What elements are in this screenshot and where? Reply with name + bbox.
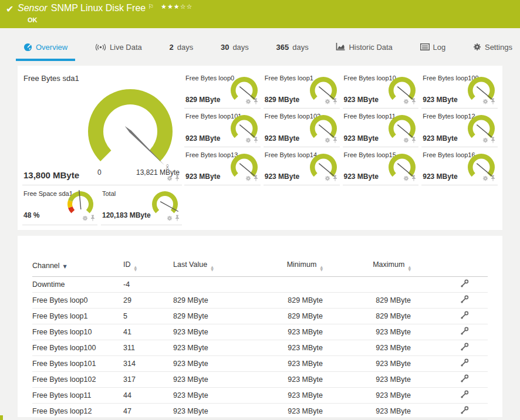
small-gauge-gear-icon[interactable] [245, 135, 251, 145]
main-gauge-pin-icon[interactable] [175, 173, 180, 184]
small-gauge-pin-icon[interactable] [254, 173, 258, 184]
channel-settings-icon[interactable] [460, 279, 469, 290]
small-gauge-controls [482, 96, 495, 107]
channel-settings-icon[interactable] [460, 390, 469, 401]
gauge-free-bytes-loop12: Free Bytes loop12923 MByte [421, 109, 498, 147]
mini-gauge-gear-icon[interactable] [167, 213, 173, 223]
tab-log[interactable]: Log [413, 35, 454, 61]
sort-descending-icon: ▼ [63, 264, 67, 269]
main-gauge-controls [167, 173, 180, 184]
main-gauge: x̄ [80, 83, 181, 182]
cell-minimum: 923 MByte [267, 356, 323, 372]
small-gauge-pin-icon[interactable] [333, 96, 337, 107]
tab-30-days[interactable]: 30days [213, 35, 256, 61]
cell-minimum: 923 MByte [267, 388, 323, 404]
status-badge: OK [28, 16, 38, 23]
cell-id: 47 [123, 404, 173, 419]
tab-365-days[interactable]: 365days [269, 35, 316, 61]
column-header-minimum[interactable]: Minimum▲▼ [267, 257, 323, 277]
small-gauge-pin-icon[interactable] [491, 96, 495, 107]
small-gauge-gear-icon[interactable] [482, 135, 488, 145]
main-gauge-gear-icon[interactable] [167, 173, 173, 184]
tab-number: 365 [276, 43, 289, 52]
channel-settings-icon[interactable] [460, 358, 469, 369]
column-header-maximum[interactable]: Maximum▲▼ [323, 257, 411, 277]
cell-maximum: 923 MByte [323, 340, 411, 356]
cell-channel: Free Bytes loop0 [32, 293, 123, 309]
channel-settings-icon[interactable] [460, 374, 469, 385]
small-gauge-pin-icon[interactable] [411, 135, 416, 145]
cell-maximum: 923 MByte [323, 404, 411, 419]
channel-settings-icon[interactable] [460, 327, 469, 337]
tab-number: 30 [221, 43, 229, 52]
small-gauge-gear-icon[interactable] [325, 135, 330, 145]
cell-channel-settings [411, 293, 488, 309]
tab-label: days [177, 43, 193, 52]
gauge-free-bytes-loop16: Free Bytes loop16923 MByte [421, 147, 498, 185]
priority-stars[interactable]: ★★★☆☆ [161, 3, 193, 11]
channel-settings-icon[interactable] [460, 406, 469, 416]
small-gauge-gear-icon[interactable] [245, 96, 251, 107]
cell-maximum: 923 MByte [323, 388, 411, 404]
small-gauge-pin-icon[interactable] [411, 173, 416, 184]
gauge-free-bytes-loop1: Free Bytes loop1829 MByte [264, 70, 340, 109]
cell-channel-settings [411, 356, 488, 372]
small-gauge-gear-icon[interactable] [482, 96, 488, 107]
flag-icon[interactable]: ⚐ [148, 3, 154, 11]
mini-gauge-pin-icon[interactable] [175, 213, 180, 223]
small-gauge-pin-icon[interactable] [491, 173, 495, 184]
tab-2-days[interactable]: 2days [162, 35, 201, 61]
mini-gauge-controls [82, 213, 95, 223]
sensor-header: ✔ SensorSNMP Linux Disk Free⚐★★★☆☆ OK [0, 0, 520, 28]
gauge-icon [23, 43, 32, 52]
small-gauge-pin-icon[interactable] [254, 96, 258, 107]
tab-overview[interactable]: Overview [16, 35, 75, 61]
small-gauge-gear-icon[interactable] [403, 96, 409, 107]
cell-minimum: 923 MByte [267, 324, 323, 340]
small-gauge-gear-icon[interactable] [482, 173, 488, 184]
small-gauge-controls [403, 96, 416, 107]
small-gauge-gear-icon[interactable] [245, 173, 251, 184]
cell-last-value [173, 277, 267, 293]
column-header-last-value[interactable]: Last Value▲▼ [173, 257, 267, 277]
small-gauge-gear-icon[interactable] [403, 173, 409, 184]
small-gauge-pin-icon[interactable] [491, 135, 495, 145]
scroll-peek-strip [0, 415, 3, 420]
small-gauge-pin-icon[interactable] [254, 135, 258, 145]
small-gauge-pin-icon[interactable] [333, 135, 337, 145]
small-gauge-gear-icon[interactable] [403, 135, 409, 145]
cell-last-value: 923 MByte [173, 372, 267, 388]
cell-channel: Free Bytes loop100 [32, 340, 123, 356]
small-gauge-pin-icon[interactable] [411, 96, 416, 107]
cell-channel: Free Bytes loop12 [32, 404, 123, 419]
column-header-id[interactable]: ID▲▼ [123, 257, 173, 277]
small-gauge-controls [325, 135, 337, 145]
cell-id: 311 [123, 340, 173, 356]
cell-maximum: 923 MByte [323, 372, 411, 388]
mini-gauge-pin-icon[interactable] [90, 213, 95, 223]
tab-live-data[interactable]: Live Data [87, 35, 150, 61]
gauge-free-bytes-loop10: Free Bytes loop10923 MByte [343, 70, 419, 109]
cell-id: 314 [123, 356, 173, 372]
tab-label: Live Data [110, 43, 142, 52]
channel-settings-icon[interactable] [460, 311, 469, 321]
cell-last-value: 923 MByte [173, 404, 267, 419]
small-gauge-pin-icon[interactable] [333, 173, 337, 184]
tab-historic-data[interactable]: Historic Data [328, 35, 400, 61]
channel-settings-icon[interactable] [460, 295, 469, 306]
tab-bar: OverviewLive Data2days30days365daysHisto… [0, 35, 520, 61]
mini-gauge-gear-icon[interactable] [82, 213, 88, 223]
channel-settings-icon[interactable] [460, 343, 469, 353]
small-gauge-gear-icon[interactable] [325, 96, 330, 107]
small-gauge-value: 923 MByte [185, 134, 220, 143]
cell-minimum: 923 MByte [267, 404, 323, 419]
small-gauge-gear-icon[interactable] [325, 173, 330, 184]
mini-gauge-title: Total [102, 190, 116, 197]
tab-settings[interactable]: Settings [465, 35, 520, 61]
gauge-free-bytes-loop102: Free Bytes loop102923 MByte [264, 109, 340, 147]
small-gauge-title: Free Bytes loop1 [265, 74, 313, 82]
column-header-channel[interactable]: Channel▼ [32, 257, 123, 277]
tab-number: 2 [170, 43, 174, 52]
cell-maximum [323, 277, 411, 293]
cell-channel-settings [411, 277, 488, 293]
